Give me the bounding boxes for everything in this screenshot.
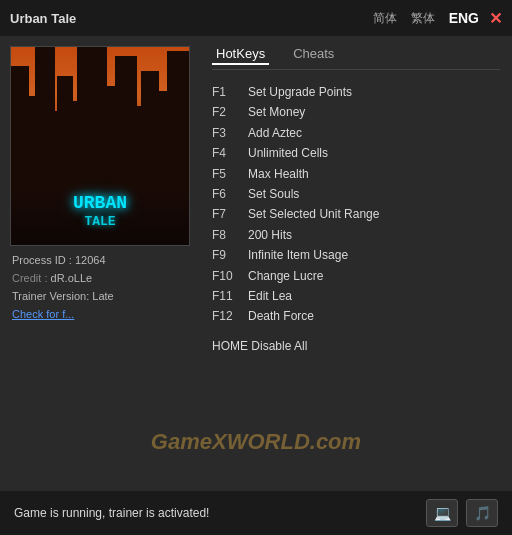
hotkey-key: F8 (212, 225, 244, 245)
title-bar-left: Urban Tale (10, 11, 76, 26)
hotkey-row: F5Max Health (212, 164, 500, 184)
hotkey-key: F11 (212, 286, 244, 306)
status-message: Game is running, trainer is activated! (14, 506, 209, 520)
hotkey-desc: Unlimited Cells (248, 143, 328, 163)
credit-label: Credit : (12, 272, 47, 284)
hotkey-key: F2 (212, 102, 244, 122)
hotkey-desc: Death Force (248, 306, 314, 326)
hotkey-key: F7 (212, 204, 244, 224)
language-selector: 简体 繁体 ENG ✕ (369, 8, 502, 29)
title-bar: Urban Tale 简体 繁体 ENG ✕ (0, 0, 512, 36)
trainer-version-row: Trainer Version: Late (12, 290, 188, 302)
check-link-row[interactable]: Check for f... (12, 308, 188, 320)
credit-value: dR.oLLe (51, 272, 93, 284)
credit-row: Credit : dR.oLLe (12, 272, 188, 284)
left-panel: URBAN TALE Process ID : 12064 Credit : d… (0, 36, 200, 491)
monitor-icon-btn[interactable]: 💻 (426, 499, 458, 527)
lang-english[interactable]: ENG (445, 8, 483, 28)
hotkey-row: F4Unlimited Cells (212, 143, 500, 163)
hotkey-desc: Set Souls (248, 184, 299, 204)
hotkey-key: F12 (212, 306, 244, 326)
hotkey-key: F4 (212, 143, 244, 163)
lang-simplified[interactable]: 简体 (369, 8, 401, 29)
city-silhouette (11, 87, 189, 186)
hotkey-desc: Change Lucre (248, 266, 323, 286)
game-image: URBAN TALE (10, 46, 190, 246)
main-content: URBAN TALE Process ID : 12064 Credit : d… (0, 36, 512, 491)
hotkey-row: F12Death Force (212, 306, 500, 326)
hotkey-row: F1Set Upgrade Points (212, 82, 500, 102)
hotkey-row: F10Change Lucre (212, 266, 500, 286)
hotkey-desc: Set Selected Unit Range (248, 204, 379, 224)
hotkey-row: F6Set Souls (212, 184, 500, 204)
check-link[interactable]: Check for f... (12, 308, 74, 320)
hotkey-row: F9Infinite Item Usage (212, 245, 500, 265)
hotkey-desc: Set Money (248, 102, 305, 122)
tab-hotkeys[interactable]: HotKeys (212, 44, 269, 65)
hotkey-desc: Add Aztec (248, 123, 302, 143)
hotkey-row: F7Set Selected Unit Range (212, 204, 500, 224)
hotkey-desc: Max Health (248, 164, 309, 184)
hotkey-key: F6 (212, 184, 244, 204)
info-section: Process ID : 12064 Credit : dR.oLLe Trai… (10, 246, 190, 334)
hotkey-key: F5 (212, 164, 244, 184)
hotkey-key: F9 (212, 245, 244, 265)
hotkey-key: F10 (212, 266, 244, 286)
status-icons: 💻 🎵 (426, 499, 498, 527)
hotkey-desc: Edit Lea (248, 286, 292, 306)
hotkey-row: F11Edit Lea (212, 286, 500, 306)
lang-traditional[interactable]: 繁体 (407, 8, 439, 29)
app-title: Urban Tale (10, 11, 76, 26)
status-bar: Game is running, trainer is activated! 💻… (0, 491, 512, 535)
home-disable: HOME Disable All (212, 339, 500, 353)
close-button[interactable]: ✕ (489, 9, 502, 28)
tabs: HotKeys Cheats (212, 44, 500, 70)
hotkey-row: F8200 Hits (212, 225, 500, 245)
hotkey-desc: 200 Hits (248, 225, 292, 245)
process-id-row: Process ID : 12064 (12, 254, 188, 266)
hotkeys-list: F1Set Upgrade PointsF2Set MoneyF3Add Azt… (212, 82, 500, 327)
hotkey-key: F1 (212, 82, 244, 102)
process-id-label: Process ID : 12064 (12, 254, 106, 266)
trainer-version-label: Trainer Version: Late (12, 290, 114, 302)
right-panel: HotKeys Cheats F1Set Upgrade PointsF2Set… (200, 36, 512, 491)
hotkey-key: F3 (212, 123, 244, 143)
hotkey-row: F3Add Aztec (212, 123, 500, 143)
music-icon-btn[interactable]: 🎵 (466, 499, 498, 527)
hotkey-desc: Infinite Item Usage (248, 245, 348, 265)
hotkey-desc: Set Upgrade Points (248, 82, 352, 102)
hotkey-row: F2Set Money (212, 102, 500, 122)
game-title-overlay: URBAN TALE (73, 193, 127, 230)
tab-cheats[interactable]: Cheats (289, 44, 338, 65)
